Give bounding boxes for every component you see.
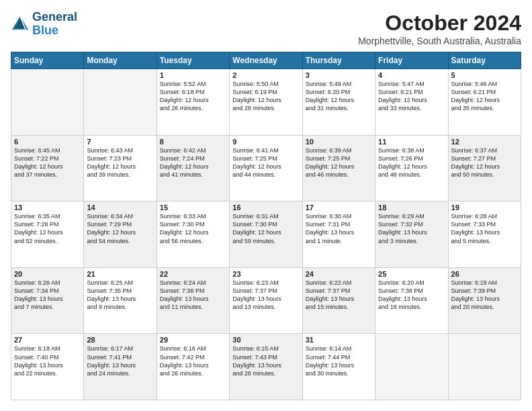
day-info: Sunrise: 5:52 AM Sunset: 6:18 PM Dayligh… [160, 80, 226, 113]
calendar-day-header: Wednesday [230, 52, 302, 69]
calendar-cell: 16Sunrise: 6:31 AM Sunset: 7:30 PM Dayli… [230, 201, 302, 268]
day-number: 24 [306, 270, 372, 278]
day-number: 2 [232, 71, 299, 79]
day-info: Sunrise: 6:20 AM Sunset: 7:38 PM Dayligh… [378, 279, 445, 312]
day-info: Sunrise: 6:17 AM Sunset: 7:41 PM Dayligh… [87, 345, 153, 377]
calendar-cell: 26Sunrise: 6:19 AM Sunset: 7:39 PM Dayli… [448, 267, 521, 334]
day-number: 29 [160, 336, 226, 344]
day-number: 12 [451, 138, 518, 146]
day-info: Sunrise: 6:16 AM Sunset: 7:42 PM Dayligh… [160, 345, 226, 377]
calendar-cell: 17Sunrise: 6:30 AM Sunset: 7:31 PM Dayli… [302, 201, 375, 268]
day-number: 23 [232, 270, 299, 278]
calendar-cell: 21Sunrise: 6:25 AM Sunset: 7:35 PM Dayli… [84, 267, 157, 334]
calendar-header-row: SundayMondayTuesdayWednesdayThursdayFrid… [11, 52, 521, 69]
day-info: Sunrise: 6:42 AM Sunset: 7:24 PM Dayligh… [160, 146, 226, 179]
day-info: Sunrise: 6:22 AM Sunset: 7:37 PM Dayligh… [306, 279, 372, 312]
day-number: 3 [306, 71, 372, 79]
day-number: 14 [87, 203, 153, 212]
calendar-day-header: Monday [84, 52, 157, 69]
calendar-cell: 6Sunrise: 6:45 AM Sunset: 7:22 PM Daylig… [11, 135, 84, 201]
day-info: Sunrise: 6:26 AM Sunset: 7:34 PM Dayligh… [14, 279, 81, 312]
day-number: 6 [14, 138, 81, 146]
day-info: Sunrise: 5:49 AM Sunset: 6:20 PM Dayligh… [306, 80, 372, 113]
day-number: 26 [451, 270, 518, 278]
calendar-cell: 10Sunrise: 6:39 AM Sunset: 7:25 PM Dayli… [302, 135, 375, 201]
day-number: 7 [87, 138, 153, 146]
calendar-cell: 20Sunrise: 6:26 AM Sunset: 7:34 PM Dayli… [11, 267, 84, 334]
calendar-cell: 24Sunrise: 6:22 AM Sunset: 7:37 PM Dayli… [302, 267, 375, 334]
day-number: 18 [378, 203, 445, 212]
calendar-cell: 25Sunrise: 6:20 AM Sunset: 7:38 PM Dayli… [375, 267, 448, 334]
day-number: 5 [451, 71, 518, 79]
day-number: 27 [14, 336, 81, 344]
month-title: October 2024 [358, 11, 521, 36]
calendar-cell [84, 69, 157, 136]
day-info: Sunrise: 6:15 AM Sunset: 7:43 PM Dayligh… [232, 345, 299, 377]
calendar-cell [375, 334, 448, 400]
day-info: Sunrise: 6:19 AM Sunset: 7:39 PM Dayligh… [451, 279, 518, 312]
calendar-cell: 28Sunrise: 6:17 AM Sunset: 7:41 PM Dayli… [84, 334, 157, 400]
day-number: 17 [306, 203, 372, 212]
calendar-cell: 27Sunrise: 6:18 AM Sunset: 7:40 PM Dayli… [11, 334, 84, 400]
calendar-cell: 5Sunrise: 5:46 AM Sunset: 6:21 PM Daylig… [448, 69, 521, 136]
logo: GeneralBlue [11, 11, 77, 38]
day-info: Sunrise: 6:30 AM Sunset: 7:31 PM Dayligh… [306, 212, 372, 245]
calendar-week-row: 20Sunrise: 6:26 AM Sunset: 7:34 PM Dayli… [11, 267, 521, 334]
header: GeneralBlue October 2024 Morphettville, … [11, 11, 521, 46]
calendar-cell: 2Sunrise: 5:50 AM Sunset: 6:19 PM Daylig… [230, 69, 302, 136]
calendar-day-header: Sunday [11, 52, 84, 69]
calendar-cell: 14Sunrise: 6:34 AM Sunset: 7:29 PM Dayli… [84, 201, 157, 268]
day-info: Sunrise: 6:34 AM Sunset: 7:29 PM Dayligh… [87, 212, 153, 245]
calendar-week-row: 13Sunrise: 6:35 AM Sunset: 7:28 PM Dayli… [11, 201, 521, 268]
calendar-week-row: 27Sunrise: 6:18 AM Sunset: 7:40 PM Dayli… [11, 334, 521, 400]
calendar-cell: 22Sunrise: 6:24 AM Sunset: 7:36 PM Dayli… [157, 267, 229, 334]
day-number: 16 [232, 203, 299, 212]
calendar-cell: 9Sunrise: 6:41 AM Sunset: 7:25 PM Daylig… [230, 135, 302, 201]
calendar-cell: 11Sunrise: 6:38 AM Sunset: 7:26 PM Dayli… [375, 135, 448, 201]
day-number: 8 [160, 138, 226, 146]
day-number: 21 [87, 270, 153, 278]
day-info: Sunrise: 6:43 AM Sunset: 7:23 PM Dayligh… [87, 146, 153, 179]
day-info: Sunrise: 6:23 AM Sunset: 7:37 PM Dayligh… [232, 279, 299, 312]
day-info: Sunrise: 6:33 AM Sunset: 7:30 PM Dayligh… [160, 212, 226, 245]
day-number: 25 [378, 270, 445, 278]
day-number: 31 [306, 336, 372, 344]
day-info: Sunrise: 5:46 AM Sunset: 6:21 PM Dayligh… [451, 80, 518, 113]
day-info: Sunrise: 6:24 AM Sunset: 7:36 PM Dayligh… [160, 279, 226, 312]
calendar-cell: 19Sunrise: 6:28 AM Sunset: 7:33 PM Dayli… [448, 201, 521, 268]
day-info: Sunrise: 6:38 AM Sunset: 7:26 PM Dayligh… [378, 146, 445, 179]
day-info: Sunrise: 6:35 AM Sunset: 7:28 PM Dayligh… [14, 212, 81, 245]
day-number: 10 [306, 138, 372, 146]
day-number: 4 [378, 71, 445, 79]
day-info: Sunrise: 6:37 AM Sunset: 7:27 PM Dayligh… [451, 146, 518, 179]
day-number: 30 [232, 336, 299, 344]
calendar-cell: 23Sunrise: 6:23 AM Sunset: 7:37 PM Dayli… [230, 267, 302, 334]
day-info: Sunrise: 6:18 AM Sunset: 7:40 PM Dayligh… [14, 345, 81, 377]
calendar-day-header: Friday [375, 52, 448, 69]
day-info: Sunrise: 6:41 AM Sunset: 7:25 PM Dayligh… [232, 146, 299, 179]
day-number: 28 [87, 336, 153, 344]
calendar-day-header: Saturday [448, 52, 521, 69]
calendar-cell: 29Sunrise: 6:16 AM Sunset: 7:42 PM Dayli… [157, 334, 229, 400]
location-title: Morphettville, South Australia, Australi… [358, 36, 521, 46]
calendar-cell: 1Sunrise: 5:52 AM Sunset: 6:18 PM Daylig… [157, 69, 229, 136]
calendar-day-header: Thursday [302, 52, 375, 69]
calendar-cell: 30Sunrise: 6:15 AM Sunset: 7:43 PM Dayli… [230, 334, 302, 400]
logo-icon [11, 15, 30, 34]
logo-text: GeneralBlue [32, 11, 77, 38]
day-number: 13 [14, 203, 81, 212]
day-info: Sunrise: 6:45 AM Sunset: 7:22 PM Dayligh… [14, 146, 81, 179]
calendar-week-row: 1Sunrise: 5:52 AM Sunset: 6:18 PM Daylig… [11, 69, 521, 136]
calendar-cell: 3Sunrise: 5:49 AM Sunset: 6:20 PM Daylig… [302, 69, 375, 136]
day-info: Sunrise: 6:25 AM Sunset: 7:35 PM Dayligh… [87, 279, 153, 312]
calendar-day-header: Tuesday [157, 52, 229, 69]
day-number: 11 [378, 138, 445, 146]
day-info: Sunrise: 5:47 AM Sunset: 6:21 PM Dayligh… [378, 80, 445, 113]
title-block: October 2024 Morphettville, South Austra… [358, 11, 521, 46]
calendar-cell [11, 69, 84, 136]
calendar-cell: 4Sunrise: 5:47 AM Sunset: 6:21 PM Daylig… [375, 69, 448, 136]
calendar-cell: 15Sunrise: 6:33 AM Sunset: 7:30 PM Dayli… [157, 201, 229, 268]
day-info: Sunrise: 5:50 AM Sunset: 6:19 PM Dayligh… [232, 80, 299, 113]
day-info: Sunrise: 6:31 AM Sunset: 7:30 PM Dayligh… [232, 212, 299, 245]
day-info: Sunrise: 6:28 AM Sunset: 7:33 PM Dayligh… [451, 212, 518, 245]
